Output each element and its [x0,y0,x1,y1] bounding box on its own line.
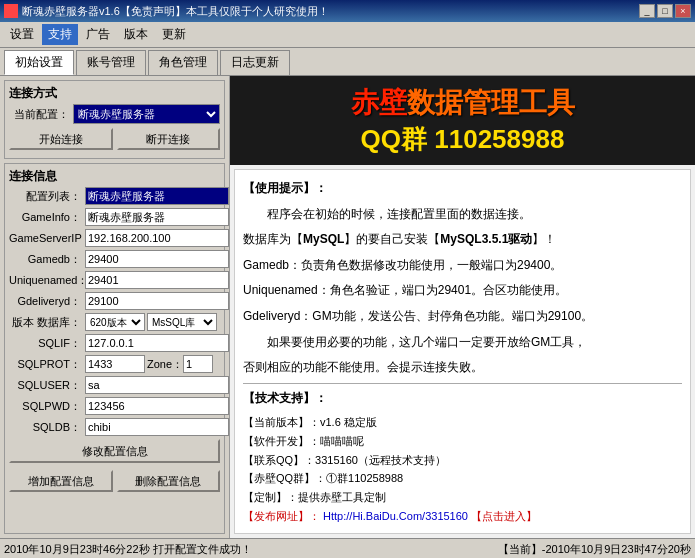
version-db-label: 版本 数据库： [9,315,81,330]
tech-item-2: 【联系QQ】：3315160（远程技术支持） [243,451,682,470]
connect-buttons: 开始连接 断开连接 [9,128,220,150]
info-section-title: 连接信息 [9,168,220,185]
tips-line-0: 程序会在初始的时候，连接配置里面的数据连接。 [243,204,682,226]
sqlprot-row: SQLPROT： Zone： [9,355,220,373]
menu-support[interactable]: 支持 [42,24,78,45]
info-section: 连接信息 配置列表： GameInfo： GameServerIP： Gamed… [4,163,225,534]
menu-ad[interactable]: 广告 [80,24,116,45]
banner-title: 赤壁数据管理工具 [242,84,683,122]
sqlpwd-input[interactable] [85,397,229,415]
tips-line-6: 否则相应的功能不能使用。会提示连接失败。 [243,357,682,379]
add-delete-buttons: 增加配置信息 删除配置信息 [9,470,220,492]
config-list-input[interactable] [85,187,229,205]
gamedb-label: Gamedb： [9,252,81,267]
tips-head: 【使用提示】： [243,178,682,200]
banner-title-orange: 数据管理工具 [407,87,575,118]
right-panel: 赤壁数据管理工具 QQ群 110258988 【使用提示】： 程序会在初始的时候… [230,76,695,538]
tab-bar: 初始设置 账号管理 角色管理 日志更新 [0,48,695,76]
app-icon [4,4,18,18]
start-connect-button[interactable]: 开始连接 [9,128,113,150]
divider [243,383,682,384]
stop-connect-button[interactable]: 断开连接 [117,128,221,150]
info-box: 【使用提示】： 程序会在初始的时候，连接配置里面的数据连接。 数据库为【MySQ… [234,169,691,534]
uniquenamed-label: Uniquenamed： [9,273,81,288]
tab-initial-settings[interactable]: 初始设置 [4,50,74,75]
gamedb-row: Gamedb： [9,250,220,268]
tech-support-head: 【技术支持】： [243,388,682,410]
main-content: 连接方式 当前配置： 断魂赤壁服务器 开始连接 断开连接 连接信息 配置列表： [0,76,695,538]
sqlprot-input[interactable] [85,355,145,373]
tech-click-enter: 【点击进入】 [471,510,537,522]
sqlpwd-label: SQLPWD： [9,399,81,414]
gdeliveryd-row: Gdeliveryd： [9,292,220,310]
tech-item-0: 【当前版本】：v1.6 稳定版 [243,413,682,432]
sqlif-label: SQLIF： [9,336,81,351]
uniquenamed-input[interactable] [85,271,229,289]
tab-log-update[interactable]: 日志更新 [220,50,290,75]
connect-section-title: 连接方式 [9,85,220,102]
tech-item-4: 【定制】：提供赤壁工具定制 [243,488,682,507]
sqlpwd-row: SQLPWD： [9,397,220,415]
maximize-button[interactable]: □ [657,4,673,18]
sqluser-label: SQLUSER： [9,378,81,393]
config-list-label: 配置列表： [9,189,81,204]
window-title: 断魂赤壁服务器v1.6【免责声明】本工具仅限于个人研究使用！ [22,4,329,19]
sqlif-input[interactable] [85,334,229,352]
mysql-driver-bold: MySQL3.5.1驱动 [440,232,532,246]
status-bar: 2010年10月9日23时46分22秒 打开配置文件成功！ 【当前】-2010年… [0,538,695,558]
sqldb-label: SQLDB： [9,420,81,435]
gameserverip-label: GameServerIP： [9,231,81,246]
gdeliveryd-input[interactable] [85,292,229,310]
banner-title-red: 赤壁 [351,87,407,118]
sqldb-input[interactable] [85,418,229,436]
menu-bar: 设置 支持 广告 版本 更新 [0,22,695,48]
tab-account-management[interactable]: 账号管理 [76,50,146,75]
tips-line-1: 数据库为【MySQL】的要自己安装【MySQL3.5.1驱动】！ [243,229,682,251]
current-config-row: 当前配置： 断魂赤壁服务器 [9,104,220,124]
banner: 赤壁数据管理工具 QQ群 110258988 [230,76,695,165]
gdeliveryd-label: Gdeliveryd： [9,294,81,309]
menu-settings[interactable]: 设置 [4,24,40,45]
window-controls: _ □ × [639,4,691,18]
sqlif-row: SQLIF： [9,334,220,352]
tech-item-5: 【发布网址】： Http://Hi.BaiDu.Com/3315160 【点击进… [243,507,682,526]
left-panel: 连接方式 当前配置： 断魂赤壁服务器 开始连接 断开连接 连接信息 配置列表： [0,76,230,538]
delete-config-button[interactable]: 删除配置信息 [117,470,221,492]
version-db-row: 版本 数据库： 620版本 MsSQL库 [9,313,220,331]
version-select[interactable]: 620版本 [85,313,145,331]
zone-label: Zone： [147,357,183,372]
zone-input[interactable] [183,355,213,373]
gameinfo-row: GameInfo： [9,208,220,226]
gameinfo-input[interactable] [85,208,229,226]
tech-website-url[interactable]: Http://Hi.BaiDu.Com/3315160 [323,510,468,522]
menu-version[interactable]: 版本 [118,24,154,45]
tech-item-3: 【赤壁QQ群】：①群110258988 [243,469,682,488]
banner-qq: QQ群 110258988 [242,122,683,157]
current-config-dropdown[interactable]: 断魂赤壁服务器 [73,104,220,124]
modify-config-button[interactable]: 修改配置信息 [9,439,220,463]
status-right: 【当前】-2010年10月9日23时47分20秒 [498,542,691,557]
tips-line-3: Uniquenamed：角色名验证，端口为29401。合区功能使用。 [243,280,682,302]
menu-update[interactable]: 更新 [156,24,192,45]
gameserverip-input[interactable] [85,229,229,247]
gameinfo-label: GameInfo： [9,210,81,225]
db-select[interactable]: MsSQL库 [147,313,217,331]
minimize-button[interactable]: _ [639,4,655,18]
sqldb-row: SQLDB： [9,418,220,436]
status-left: 2010年10月9日23时46分22秒 打开配置文件成功！ [4,542,252,557]
uniquenamed-row: Uniquenamed： [9,271,220,289]
tips-line-5: 如果要使用必要的功能，这几个端口一定要开放给GM工具， [243,332,682,354]
close-button[interactable]: × [675,4,691,18]
sqlprot-label: SQLPROT： [9,357,81,372]
gameserverip-row: GameServerIP： [9,229,220,247]
tips-line-4: Gdeliveryd：GM功能，发送公告、封停角色功能。端口为29100。 [243,306,682,328]
sqluser-row: SQLUSER： [9,376,220,394]
tech-website-label: 【发布网址】： [243,510,320,522]
current-config-label: 当前配置： [9,107,69,122]
title-bar: 断魂赤壁服务器v1.6【免责声明】本工具仅限于个人研究使用！ _ □ × [0,0,695,22]
tab-role-management[interactable]: 角色管理 [148,50,218,75]
connect-section: 连接方式 当前配置： 断魂赤壁服务器 开始连接 断开连接 [4,80,225,159]
add-config-button[interactable]: 增加配置信息 [9,470,113,492]
gamedb-input[interactable] [85,250,229,268]
sqluser-input[interactable] [85,376,229,394]
